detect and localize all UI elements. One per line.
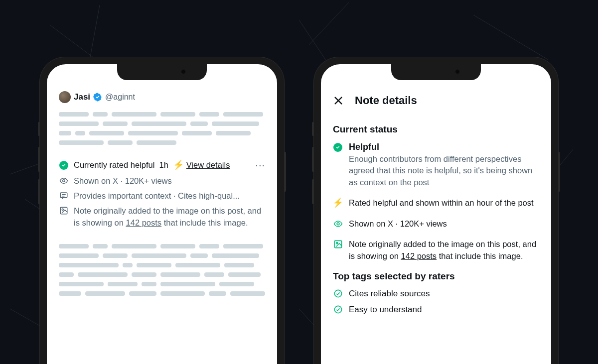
status-desc: Shown on X · 120K+ views xyxy=(349,218,539,230)
note-shown-row: Shown on X · 120K+ views xyxy=(59,175,265,187)
svg-point-5 xyxy=(62,209,63,210)
svg-rect-1 xyxy=(60,193,67,198)
tag-row: Easy to understand xyxy=(333,305,539,315)
status-desc: Enough contributors from different persp… xyxy=(349,153,539,188)
eye-icon xyxy=(59,176,68,185)
page-title: Note details xyxy=(355,94,417,107)
check-badge-icon xyxy=(333,143,342,152)
image-icon xyxy=(59,206,68,215)
status-item-image: Note originally added to the image on th… xyxy=(333,239,539,262)
status-label: Helpful xyxy=(349,142,539,152)
tag-label: Easy to understand xyxy=(349,305,422,315)
status-desc: Rated helpful and shown within an hour o… xyxy=(349,197,539,209)
note-status-time: 1h xyxy=(159,160,168,169)
bolt-icon: ⚡ xyxy=(173,160,184,170)
avatar[interactable] xyxy=(59,91,71,103)
svg-point-10 xyxy=(336,243,337,244)
message-icon xyxy=(59,191,68,200)
verified-badge-icon xyxy=(93,93,102,102)
check-badge-icon xyxy=(59,161,68,170)
note-origin-row: Note originally added to the image on th… xyxy=(59,205,265,229)
author-handle[interactable]: @aginnt xyxy=(105,93,135,102)
check-circle-icon xyxy=(333,289,343,298)
post-body-placeholder xyxy=(59,112,265,145)
bolt-icon: ⚡ xyxy=(332,198,343,207)
phone-right: Note details Current status Helpful Enou… xyxy=(314,57,558,364)
post-header: Jasi @aginnt xyxy=(59,91,265,103)
eye-icon xyxy=(333,219,343,229)
tag-row: Cites reliable sources xyxy=(333,289,539,299)
status-item-bolt: ⚡ Rated helpful and shown within an hour… xyxy=(333,197,539,209)
note-origin-suffix: that include this image. xyxy=(161,218,248,227)
status-desc: Note originally added to the image on th… xyxy=(349,239,539,262)
section-title-tags: Top tags selected by raters xyxy=(333,271,539,282)
note-shown-text: Shown on X · 120K+ views xyxy=(74,175,265,187)
close-icon xyxy=(333,95,344,106)
tag-label: Cites reliable sources xyxy=(349,289,430,299)
check-circle-icon xyxy=(333,305,343,314)
note-origin-posts-link[interactable]: 142 posts xyxy=(126,218,162,227)
status-item-shown: Shown on X · 120K+ views xyxy=(333,218,539,230)
svg-point-12 xyxy=(334,306,341,313)
author-name[interactable]: Jasi xyxy=(74,92,90,102)
svg-point-0 xyxy=(63,180,65,182)
status-item-helpful: Helpful Enough contributors from differe… xyxy=(333,142,539,188)
note-status-label: Currently rated helpful xyxy=(74,160,154,169)
image-icon xyxy=(333,240,343,249)
posts-link[interactable]: 142 posts xyxy=(401,251,437,260)
close-button[interactable] xyxy=(333,95,344,106)
note-status-row: Currently rated helpful 1h ⚡ View detail… xyxy=(59,158,265,172)
view-details-link[interactable]: View details xyxy=(186,160,230,169)
section-title-status: Current status xyxy=(333,124,539,135)
svg-point-11 xyxy=(334,290,341,297)
post-body-placeholder-2 xyxy=(59,244,265,296)
community-note-card: Currently rated helpful 1h ⚡ View detail… xyxy=(59,158,265,229)
details-header: Note details xyxy=(333,94,539,107)
more-menu-button[interactable]: ··· xyxy=(255,158,265,172)
svg-point-8 xyxy=(337,223,339,225)
phone-left: Jasi @aginnt xyxy=(40,57,284,364)
note-tags-text: Provides important context · Cites high-… xyxy=(74,190,265,202)
note-tags-row: Provides important context · Cites high-… xyxy=(59,190,265,202)
